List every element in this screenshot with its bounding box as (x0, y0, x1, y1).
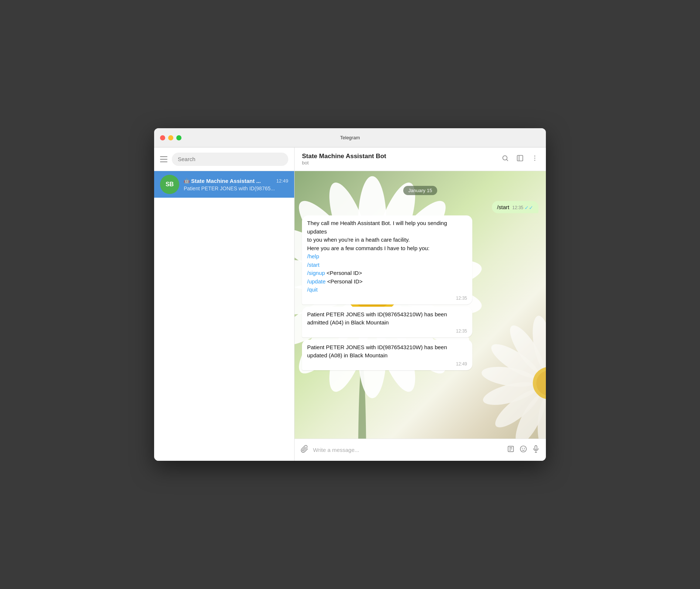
messages-content: January 15 /start 12:35 ✓✓ They call me … (295, 171, 546, 439)
cmd-signup[interactable]: /signup (307, 270, 325, 276)
search-input[interactable] (172, 153, 288, 166)
svg-point-5 (534, 158, 536, 159)
emoji-icon[interactable] (519, 445, 527, 455)
svg-point-6 (534, 160, 536, 161)
cmd-update[interactable]: /update (307, 278, 326, 285)
cmd-help[interactable]: /help (307, 253, 319, 259)
chat-header-actions (502, 154, 538, 164)
svg-rect-58 (535, 446, 537, 450)
avatar: SB (160, 175, 179, 194)
read-ticks: ✓✓ (524, 205, 533, 210)
sidebar-toggle-icon[interactable] (516, 154, 524, 164)
message-input[interactable] (313, 447, 502, 453)
chat-header-name: State Machine Assistant Bot (302, 153, 497, 160)
sent-message-text: /start (497, 204, 509, 210)
bot-message-1: They call me Health Assistant Bot. I wil… (302, 215, 472, 304)
svg-point-56 (522, 448, 523, 449)
bot-message-2-time: 12:35 (456, 328, 467, 334)
menu-icon[interactable] (160, 156, 167, 162)
telegram-window: Telegram SB 🤖 State (154, 128, 546, 461)
cmd-start[interactable]: /start (307, 262, 319, 268)
svg-point-4 (534, 156, 536, 157)
chat-preview: Patient PETER JONES with ID(98765... (184, 185, 288, 191)
svg-point-0 (503, 156, 507, 160)
sidebar-header (154, 147, 294, 171)
search-icon[interactable] (502, 154, 509, 164)
sent-message-time: 12:35 (512, 205, 523, 210)
chat-list-item[interactable]: SB 🤖 State Machine Assistant ... 12:49 P… (154, 171, 294, 198)
sidebar: SB 🤖 State Machine Assistant ... 12:49 P… (154, 147, 295, 461)
more-icon[interactable] (531, 154, 538, 164)
bot-message-1-time: 12:35 (456, 296, 467, 301)
traffic-lights (160, 135, 181, 140)
bot-message-3-footer: 12:49 (307, 361, 467, 367)
chat-header-status: bot (302, 160, 497, 166)
attach-icon[interactable] (300, 445, 309, 455)
chat-name-row: 🤖 State Machine Assistant ... 12:49 (184, 178, 288, 184)
svg-point-57 (524, 448, 524, 449)
date-badge: January 15 (403, 186, 437, 195)
svg-point-55 (520, 446, 527, 452)
chat-name: 🤖 State Machine Assistant ... (184, 178, 261, 184)
bot-message-3-time: 12:49 (456, 361, 467, 367)
bot-message-2-text: Patient PETER JONES with ID(9876543210W)… (307, 310, 467, 327)
commands-icon[interactable] (507, 445, 515, 455)
bot-message-3: Patient PETER JONES with ID(9876543210W)… (302, 340, 472, 370)
messages-area[interactable]: January 15 /start 12:35 ✓✓ They call me … (295, 171, 546, 439)
sent-message-meta: 12:35 ✓✓ (512, 205, 533, 210)
bot-icon: 🤖 (184, 178, 190, 184)
titlebar: Telegram (154, 128, 546, 147)
cmd-quit[interactable]: /quit (307, 286, 317, 293)
chat-time: 12:49 (276, 178, 288, 184)
chat-header-info: State Machine Assistant Bot bot (302, 153, 497, 166)
chat-panel: State Machine Assistant Bot bot (295, 147, 546, 461)
input-area (295, 439, 546, 461)
bot-message-1-footer: 12:35 (307, 296, 467, 301)
bot-message-2-footer: 12:35 (307, 328, 467, 334)
sent-message: /start 12:35 ✓✓ (492, 201, 538, 213)
main-content: SB 🤖 State Machine Assistant ... 12:49 P… (154, 147, 546, 461)
bot-message-1-text: They call me Health Assistant Bot. I wil… (307, 219, 467, 294)
maximize-button[interactable] (176, 135, 181, 140)
close-button[interactable] (160, 135, 165, 140)
svg-line-1 (507, 160, 508, 161)
chat-info: 🤖 State Machine Assistant ... 12:49 Pati… (184, 178, 288, 191)
minimize-button[interactable] (168, 135, 173, 140)
voice-icon[interactable] (532, 445, 540, 455)
bot-message-3-text: Patient PETER JONES with ID(9876543210W)… (307, 343, 467, 360)
chat-header: State Machine Assistant Bot bot (295, 147, 546, 171)
bot-message-2: Patient PETER JONES with ID(9876543210W)… (302, 307, 472, 337)
app-title: Telegram (340, 135, 360, 140)
svg-rect-2 (517, 156, 523, 161)
